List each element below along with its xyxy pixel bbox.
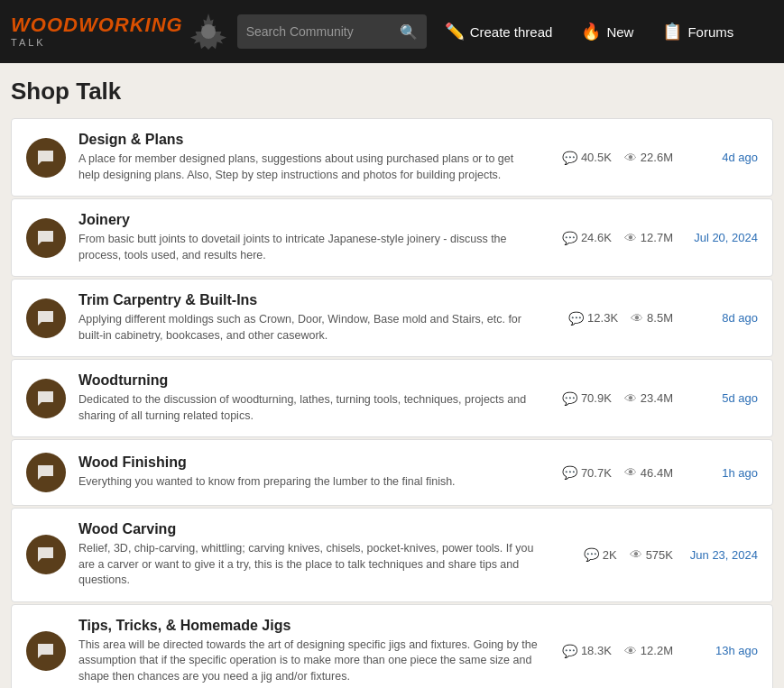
replies-icon: 💬 — [584, 547, 599, 562]
replies-stat: 💬 40.5K — [562, 151, 612, 165]
search-input[interactable] — [246, 24, 392, 39]
views-count: 23.4M — [641, 391, 673, 405]
views-icon: 👁 — [624, 391, 637, 406]
replies-stat: 💬 12.3K — [568, 311, 618, 326]
replies-stat: 💬 18.3K — [562, 644, 612, 658]
forum-name: Wood Finishing — [78, 454, 538, 471]
replies-stat: 💬 70.9K — [562, 391, 612, 406]
forum-main: Design & Plans A place for member design… — [78, 132, 538, 183]
views-stat: 👁 12.2M — [624, 644, 673, 658]
forum-name: Tips, Tricks, & Homemade Jigs — [78, 618, 538, 634]
search-button[interactable]: 🔍 — [400, 23, 418, 41]
replies-count: 2K — [603, 548, 617, 562]
chat-icon — [35, 307, 57, 329]
forum-main: Wood Finishing Everything you wanted to … — [78, 454, 538, 491]
views-icon: 👁 — [624, 465, 637, 480]
logo-title: WoodWorking — [11, 14, 183, 36]
replies-count: 70.7K — [581, 466, 612, 480]
views-icon: 👁 — [624, 644, 637, 658]
logo-text-block: WoodWorking TALK — [11, 15, 183, 48]
forum-stats: 💬 24.6K 👁 12.7M Jul 20, 2024 — [550, 231, 758, 245]
forum-item[interactable]: Joinery From basic butt joints to doveta… — [11, 198, 773, 277]
views-count: 12.2M — [641, 644, 673, 657]
forum-avatar — [26, 138, 66, 178]
last-activity: Jun 23, 2024 — [686, 548, 758, 562]
views-stat: 👁 23.4M — [624, 391, 673, 406]
forum-stats: 💬 12.3K 👁 8.5M 8d ago — [550, 311, 758, 326]
views-icon: 👁 — [624, 231, 637, 245]
replies-count: 70.9K — [581, 391, 612, 405]
forum-item[interactable]: Trim Carpentry & Built-Ins Applying diff… — [11, 279, 773, 357]
views-stat: 👁 22.6M — [624, 151, 673, 165]
replies-icon: 💬 — [568, 311, 584, 326]
views-stat: 👁 575K — [630, 547, 673, 562]
forum-description: From basic butt joints to dovetail joint… — [78, 232, 538, 263]
forum-name: Woodturning — [78, 372, 538, 389]
forum-main: Wood Carving Relief, 3D, chip-carving, w… — [78, 521, 538, 589]
forum-avatar — [26, 218, 66, 258]
forum-main: Tips, Tricks, & Homemade Jigs This area … — [78, 618, 538, 685]
forum-description: Dedicated to the discussion of woodturni… — [78, 392, 538, 424]
forum-item[interactable]: Woodturning Dedicated to the discussion … — [11, 359, 773, 437]
views-icon: 👁 — [631, 311, 643, 326]
replies-icon: 💬 — [562, 231, 577, 245]
edit-icon: ✏️ — [445, 22, 465, 41]
views-count: 575K — [646, 548, 673, 562]
replies-count: 18.3K — [581, 644, 612, 657]
views-icon: 👁 — [630, 547, 642, 562]
views-stat: 👁 12.7M — [624, 231, 673, 245]
views-icon: 👁 — [624, 151, 637, 165]
forum-stats: 💬 18.3K 👁 12.2M 13h ago — [550, 644, 758, 658]
forum-name: Design & Plans — [78, 132, 538, 148]
create-thread-button[interactable]: ✏️ Create thread — [434, 16, 564, 47]
forum-main: Trim Carpentry & Built-Ins Applying diff… — [78, 292, 538, 344]
forum-stats: 💬 70.7K 👁 46.4M 1h ago — [550, 465, 758, 480]
forum-avatar — [26, 298, 66, 338]
search-bar[interactable]: 🔍 — [237, 14, 427, 49]
forum-item[interactable]: Design & Plans A place for member design… — [11, 118, 773, 197]
forum-item[interactable]: Tips, Tricks, & Homemade Jigs This area … — [11, 604, 773, 689]
forum-description: This area will be directed towards the a… — [78, 638, 538, 685]
views-count: 46.4M — [641, 466, 673, 480]
chat-icon — [35, 388, 57, 409]
new-label: New — [606, 24, 633, 40]
forum-name: Joinery — [78, 212, 538, 228]
forum-avatar — [26, 631, 66, 671]
forums-icon: 📋 — [662, 22, 682, 41]
forums-button[interactable]: 📋 Forums — [651, 16, 744, 47]
forum-description: Relief, 3D, chip-carving, whittling; car… — [78, 541, 538, 589]
logo-subtitle: TALK — [11, 37, 183, 48]
forum-item[interactable]: Wood Finishing Everything you wanted to … — [11, 439, 773, 506]
page-title: Shop Talk — [11, 78, 773, 105]
forum-description: Applying different moldings such as Crow… — [78, 312, 538, 344]
last-activity: 8d ago — [686, 311, 758, 325]
replies-icon: 💬 — [562, 465, 577, 480]
gear-icon — [187, 10, 230, 53]
replies-stat: 💬 2K — [584, 547, 617, 562]
views-stat: 👁 8.5M — [631, 311, 673, 326]
forum-description: A place for member designed plans, sugge… — [78, 151, 538, 183]
forum-avatar — [26, 379, 66, 418]
chat-icon — [35, 462, 57, 483]
last-activity: 13h ago — [686, 644, 758, 657]
chat-icon — [35, 147, 57, 169]
replies-stat: 💬 70.7K — [562, 465, 612, 480]
logo-area: WoodWorking TALK — [11, 10, 230, 53]
replies-icon: 💬 — [562, 151, 577, 165]
forum-list: Design & Plans A place for member design… — [11, 118, 773, 688]
forum-item[interactable]: Wood Carving Relief, 3D, chip-carving, w… — [11, 508, 773, 602]
forum-name: Trim Carpentry & Built-Ins — [78, 292, 538, 308]
forum-stats: 💬 40.5K 👁 22.6M 4d ago — [550, 151, 758, 165]
forum-stats: 💬 2K 👁 575K Jun 23, 2024 — [550, 547, 758, 562]
forum-description: Everything you wanted to know from prepa… — [78, 474, 538, 491]
chat-icon — [35, 640, 57, 662]
replies-count: 12.3K — [587, 311, 618, 325]
forum-main: Woodturning Dedicated to the discussion … — [78, 372, 538, 424]
replies-count: 40.5K — [581, 151, 612, 164]
chat-icon — [35, 227, 57, 249]
forum-main: Joinery From basic butt joints to doveta… — [78, 212, 538, 263]
header: WoodWorking TALK 🔍 ✏️ Create thread 🔥 Ne… — [0, 0, 784, 63]
views-count: 8.5M — [647, 311, 673, 325]
main-content: Shop Talk Design & Plans A place for mem… — [0, 63, 784, 688]
new-button[interactable]: 🔥 New — [570, 16, 644, 47]
